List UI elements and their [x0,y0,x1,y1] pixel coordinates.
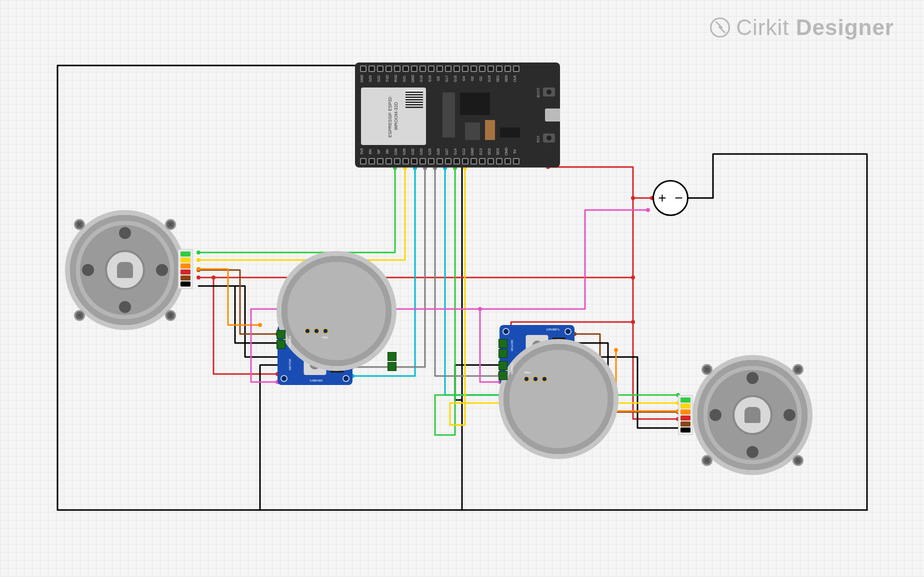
breadboard-canvas[interactable]: Cirkit Designer GNDG23G22TXDRXDG21GNDG19… [0,0,924,577]
motor-left[interactable] [65,210,185,330]
encoder-connector-left [178,249,193,289]
battery-minus-icon: − [674,190,682,206]
esp32-pin-label: G15 [488,74,494,84]
esp32-pin-rxd[interactable] [394,66,400,72]
esp32-pin-g13[interactable] [479,158,486,164]
esp32-pin-sd1[interactable] [496,66,502,72]
wire-drv2-gnd-bus[interactable] [455,365,500,400]
esp32-pin-label: G0 [470,74,477,84]
esp32-pin-g27[interactable] [445,158,452,164]
motor-driver-1[interactable]: MOTOR POWER Rlim DRV8871 [278,325,352,385]
encoder-lead [680,410,690,414]
qr-code-icon [406,90,423,108]
wire-enc-l-b-g34[interactable] [198,168,405,260]
esp32-pin-g12[interactable] [462,158,468,164]
driver1-power-label: POWER [288,336,292,347]
smd-chip [442,92,455,138]
esp32-pin-g21[interactable] [402,66,409,72]
wire-enc-l-a-g35[interactable] [198,168,395,252]
wire-endpoint [631,276,635,280]
esp32-pin-g14[interactable] [454,158,460,164]
motor-driver-2[interactable]: MOTOR POWER Rlim DRV8871 [500,325,574,385]
esp32-pin-g26[interactable] [436,158,443,164]
esp32-pin-3v3[interactable] [360,158,366,164]
wire-enc-r-vcc[interactable] [616,350,678,411]
esp32-pin-clk[interactable] [513,66,520,72]
wire-battery-pos-esp-5v[interactable] [548,167,652,198]
esp32-pin-sd0[interactable] [504,66,511,72]
wire-drv1-gnd-bus[interactable] [260,365,278,510]
driver2-rlim-label: Rlim [524,371,530,374]
brand-name-1: Cirkit [736,15,789,40]
esp32-pin-g25[interactable] [428,158,434,164]
esp32-pin-g35[interactable] [402,158,409,164]
esp32-pin-label: CMD [504,146,511,156]
encoder-lead [180,282,190,286]
boot-label: BOOT [536,88,540,98]
wire-enc-l-vcc[interactable] [198,269,260,325]
esp32-pin-label: G13 [479,146,486,156]
esp32-pin-g2[interactable] [479,66,486,72]
wire-endpoint [196,267,200,271]
encoder-lead [680,404,690,408]
esp32-pin-label: SD2 [488,146,494,156]
driver2-motor-label: MOTOR [510,340,514,351]
encoder-lead [680,416,690,420]
esp32-board[interactable]: GNDG23G22TXDRXDG21GNDG19G18G5G17G16G4G0G… [355,62,560,168]
esp32-pin-g33[interactable] [420,158,426,164]
esp32-shield-label: ESPRESSIF ESP32-WROOM-32D [388,88,399,145]
esp32-pin-label: G16 [454,74,460,84]
esp32-pin-label: G2 [479,74,486,84]
esp32-pin-g4[interactable] [462,66,468,72]
esp32-pin-label: G12 [462,146,468,156]
esp32-pin-sd2[interactable] [488,158,494,164]
esp32-pin-sn[interactable] [386,158,392,164]
esp32-pin-sd3[interactable] [496,158,502,164]
driver2-power-label: POWER [510,363,514,374]
esp32-pin-label: SP [377,146,384,156]
esp32-pin-g22[interactable] [377,66,384,72]
esp32-pin-g17[interactable] [445,66,452,72]
esp32-pin-gnd[interactable] [411,66,418,72]
esp32-pin-g5[interactable] [436,66,443,72]
esp32-pin-g16[interactable] [454,66,460,72]
esp32-pin-gnd[interactable] [470,158,477,164]
encoder-lead [680,428,690,432]
esp32-pin-txd[interactable] [386,66,392,72]
power-supply[interactable]: + − [652,180,688,216]
wire-battery-pos-enc-r[interactable] [633,322,678,419]
esp32-pin-cmd[interactable] [504,158,511,164]
esp32-pin-g34[interactable] [394,158,400,164]
encoder-lead [180,276,190,280]
encoder-lead [180,258,190,262]
esp32-pin-g18[interactable] [428,66,434,72]
esp32-pin-sp[interactable] [377,158,384,164]
esp32-pin-label: G22 [377,74,384,84]
esp32-pin-label: G23 [368,74,375,84]
wire-drv1-m2-motor[interactable] [235,286,278,343]
encoder-lead [180,252,190,256]
esp32-shield: ESPRESSIF ESP32-WROOM-32D [361,88,426,145]
wire-endpoint [631,196,635,200]
esp32-pin-5v[interactable] [513,158,520,164]
esp32-pin-label: G25 [428,146,434,156]
wire-enc-l-gnd[interactable] [198,286,278,357]
esp32-pin-g15[interactable] [488,66,494,72]
esp32-pin-label: SD1 [496,74,502,84]
reset-button[interactable] [543,134,555,142]
encoder-lead [680,398,690,402]
encoder-lead [680,422,690,426]
motor-right[interactable] [692,355,812,475]
esp32-pin-gnd[interactable] [360,66,366,72]
wire-endpoint [631,320,635,324]
esp32-pin-en[interactable] [368,158,375,164]
esp32-pin-g19[interactable] [420,66,426,72]
esp32-pin-g32[interactable] [411,158,418,164]
wire-drv1-m1-motor[interactable] [198,270,278,334]
boot-button[interactable] [543,88,555,96]
esp32-pin-g0[interactable] [470,66,477,72]
esp32-pin-g23[interactable] [368,66,375,72]
brand-logo-icon [710,18,730,38]
esp32-pin-label: G18 [428,74,434,84]
wire-drv2-vm-tap[interactable] [480,309,500,382]
